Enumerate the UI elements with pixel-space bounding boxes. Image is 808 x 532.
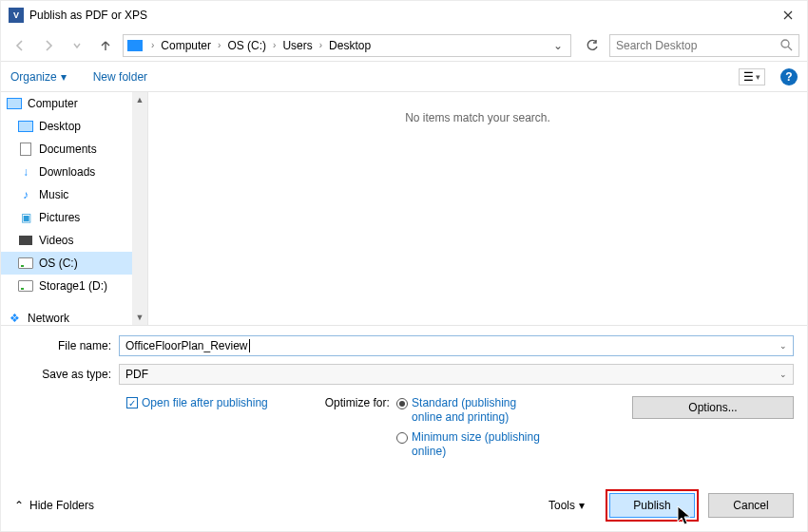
network-icon: ❖ [7, 312, 22, 325]
music-icon: ♪ [18, 188, 33, 201]
chevron-up-icon: ⌃ [14, 499, 24, 512]
search-input[interactable]: Search Desktop [609, 34, 799, 57]
nav-forward-button[interactable] [37, 34, 60, 57]
svg-point-0 [781, 40, 789, 48]
new-folder-button[interactable]: New folder [93, 70, 147, 84]
sidebar-scrollbar[interactable]: ▲ ▼ [132, 92, 147, 325]
chevron-right-icon: › [215, 40, 223, 50]
sidebar-item-pictures[interactable]: ▣Pictures [1, 206, 147, 229]
scroll-down-icon[interactable]: ▼ [132, 310, 147, 325]
radio-selected-icon [396, 398, 408, 409]
monitor-icon [7, 98, 22, 109]
sidebar-item-network[interactable]: ❖Network [1, 307, 147, 325]
chevron-down-icon[interactable]: ⌄ [779, 370, 787, 379]
sidebar-item-computer[interactable]: Computer [1, 92, 147, 115]
open-after-checkbox[interactable]: ✓ Open file after publishing [126, 396, 268, 409]
empty-message: No items match your search. [148, 92, 807, 124]
radio-unselected-icon [396, 432, 408, 444]
window-title: Publish as PDF or XPS [29, 9, 769, 22]
cancel-button[interactable]: Cancel [708, 493, 794, 518]
file-list: No items match your search. [148, 92, 807, 325]
list-icon: ☰ [743, 70, 754, 84]
tools-menu[interactable]: Tools▾ [548, 499, 585, 512]
chevron-down-icon[interactable]: ⌄ [779, 341, 787, 351]
sidebar-item-osc[interactable]: OS (C:) [1, 252, 147, 275]
text-cursor [249, 339, 250, 352]
optimize-label: Optimize for: [325, 396, 390, 409]
search-placeholder: Search Desktop [616, 39, 780, 52]
nav-recent-dropdown[interactable] [66, 34, 88, 57]
video-icon [19, 236, 32, 245]
sidebar-item-storage1[interactable]: Storage1 (D:) [1, 275, 147, 297]
breadcrumb-segment[interactable]: Users [279, 39, 316, 52]
breadcrumb[interactable]: › Computer › OS (C:) › Users › Desktop ⌄ [123, 34, 571, 57]
options-button[interactable]: Options... [632, 396, 794, 419]
document-icon [20, 142, 31, 156]
monitor-icon [127, 40, 143, 51]
scroll-up-icon[interactable]: ▲ [132, 92, 147, 107]
highlight-annotation: Publish [606, 489, 699, 522]
savetype-label: Save as type: [14, 368, 119, 381]
sidebar-item-desktop[interactable]: Desktop [1, 115, 147, 138]
organize-menu[interactable]: Organize▾ [10, 70, 67, 84]
search-icon [780, 39, 793, 51]
nav-back-button[interactable] [9, 34, 31, 57]
filename-label: File name: [14, 339, 119, 352]
hide-folders-button[interactable]: ⌃ Hide Folders [14, 499, 94, 512]
pictures-icon: ▣ [18, 211, 33, 224]
help-button[interactable]: ? [780, 68, 798, 86]
chevron-right-icon: › [317, 40, 325, 50]
chevron-down-icon[interactable]: ⌄ [553, 39, 563, 52]
nav-up-button[interactable] [94, 34, 117, 57]
chevron-right-icon: › [270, 40, 279, 50]
sidebar-item-videos[interactable]: Videos [1, 229, 147, 252]
app-icon: V [9, 8, 24, 23]
filename-input[interactable]: OfficeFloorPlan_Review ⌄ [119, 335, 794, 356]
download-icon: ↓ [18, 165, 33, 179]
view-mode-button[interactable]: ☰▾ [739, 68, 765, 86]
sidebar-item-downloads[interactable]: ↓Downloads [1, 161, 147, 183]
publish-button[interactable]: Publish [609, 493, 695, 518]
drive-icon [18, 257, 33, 269]
optimize-minimum-radio[interactable]: Minimum size (publishing online) [396, 430, 545, 459]
savetype-select[interactable]: PDF ⌄ [119, 364, 794, 385]
optimize-standard-radio[interactable]: Standard (publishing online and printing… [396, 396, 545, 425]
chevron-right-icon: › [148, 40, 157, 50]
desktop-icon [18, 121, 33, 132]
refresh-button[interactable] [581, 34, 604, 57]
drive-icon [18, 280, 33, 292]
checkbox-checked-icon: ✓ [126, 397, 138, 408]
navigation-sidebar: Computer Desktop Documents ↓Downloads ♪M… [1, 92, 148, 325]
breadcrumb-segment[interactable]: Desktop [325, 39, 375, 52]
sidebar-item-music[interactable]: ♪Music [1, 183, 147, 206]
breadcrumb-segment[interactable]: Computer [157, 39, 215, 52]
chevron-down-icon: ▾ [579, 499, 585, 512]
close-button[interactable] [769, 1, 807, 29]
breadcrumb-segment[interactable]: OS (C:) [223, 39, 270, 52]
chevron-down-icon: ▾ [61, 70, 67, 84]
sidebar-item-documents[interactable]: Documents [1, 138, 147, 161]
